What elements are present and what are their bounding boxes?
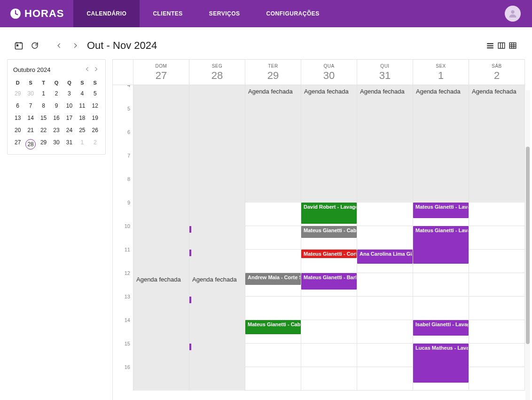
nav-configuracoes[interactable]: CONFIGURAÇÕES bbox=[253, 0, 333, 27]
today-button[interactable] bbox=[11, 38, 27, 54]
next-period-button[interactable] bbox=[67, 38, 83, 54]
hour-label: 9 bbox=[127, 200, 130, 205]
day-column[interactable]: Agenda fechada bbox=[133, 85, 189, 391]
mini-day[interactable]: 31 bbox=[63, 136, 76, 152]
calendar-vertical-scrollbar[interactable] bbox=[525, 90, 530, 400]
mini-day[interactable]: 21 bbox=[24, 124, 37, 136]
mini-day[interactable]: 4 bbox=[76, 87, 88, 100]
day-column[interactable]: Agenda fechadaMateus Gianetti - LavagemM… bbox=[413, 85, 469, 391]
mini-day[interactable]: 18 bbox=[76, 112, 88, 124]
day-header-dow: QUA bbox=[301, 63, 357, 69]
main-nav: CALENDÁRIO CLIENTES SERVIÇOS CONFIGURAÇÕ… bbox=[73, 0, 332, 27]
calendar-event[interactable]: Ana Carolina Lima Gianetti bbox=[357, 250, 413, 264]
mini-day[interactable]: 10 bbox=[63, 100, 76, 112]
day-header[interactable]: SEG28 bbox=[189, 60, 245, 85]
mini-day[interactable]: 26 bbox=[89, 124, 102, 136]
calendar-event[interactable]: Mateus Gianetti - Barba bbox=[301, 273, 357, 290]
day-header[interactable]: SÁB2 bbox=[469, 60, 525, 85]
mini-day[interactable]: 1 bbox=[76, 136, 88, 152]
mini-day[interactable]: 15 bbox=[37, 112, 50, 124]
day-header-num: 31 bbox=[357, 70, 413, 82]
mini-day[interactable]: 29 bbox=[37, 136, 50, 152]
mini-day[interactable]: 8 bbox=[37, 100, 50, 112]
day-header-dow: SEG bbox=[189, 63, 245, 69]
calendar-event[interactable]: David Robert - Lavagem bbox=[301, 203, 357, 224]
hour-label: 14 bbox=[125, 317, 130, 323]
calendar-event[interactable]: Lucas Matheus - Lavagem bbox=[413, 344, 469, 383]
day-header[interactable]: SEX1 bbox=[413, 60, 469, 85]
view-agenda-button[interactable] bbox=[485, 41, 495, 50]
mini-day[interactable]: 14 bbox=[24, 112, 37, 124]
day-column[interactable]: Agenda fechada bbox=[189, 85, 245, 391]
mini-day[interactable]: 23 bbox=[50, 124, 63, 136]
mini-day[interactable]: 9 bbox=[50, 100, 63, 112]
svg-rect-12 bbox=[509, 43, 516, 48]
day-column[interactable]: Agenda fechadaAndrew Maia - Corte Social… bbox=[245, 85, 301, 391]
mini-dow: Q bbox=[50, 78, 63, 87]
mini-day[interactable]: 13 bbox=[11, 112, 24, 124]
mini-prev-button[interactable] bbox=[84, 66, 91, 73]
refresh-button[interactable] bbox=[27, 38, 43, 54]
mini-day[interactable]: 17 bbox=[63, 112, 76, 124]
nav-calendario[interactable]: CALENDÁRIO bbox=[73, 0, 140, 27]
mini-day[interactable]: 3 bbox=[63, 87, 76, 100]
mini-day[interactable]: 7 bbox=[24, 100, 37, 112]
mini-day[interactable]: 16 bbox=[50, 112, 63, 124]
time-marker bbox=[189, 297, 191, 303]
user-menu-button[interactable] bbox=[505, 6, 521, 22]
mini-next-button[interactable] bbox=[92, 66, 100, 73]
svg-rect-9 bbox=[498, 43, 505, 48]
view-switcher bbox=[485, 41, 521, 50]
mini-day[interactable]: 11 bbox=[76, 100, 88, 112]
mini-day[interactable]: 5 bbox=[89, 87, 102, 100]
period-title: Out - Nov 2024 bbox=[87, 39, 157, 52]
mini-day[interactable]: 2 bbox=[50, 87, 63, 100]
calendar-event[interactable]: Andrew Maia - Corte Social bbox=[245, 273, 301, 285]
mini-day[interactable]: 25 bbox=[76, 124, 88, 136]
day-column[interactable]: Agenda fechadaDavid Robert - LavagemMate… bbox=[301, 85, 357, 391]
mini-day[interactable]: 28 bbox=[24, 136, 37, 152]
calendar-event[interactable]: Mateus Gianetti - Cabelo bbox=[245, 320, 301, 334]
view-month-button[interactable] bbox=[508, 41, 517, 50]
calendar-event[interactable]: Mateus Gianetti - Cabelo bbox=[301, 226, 357, 238]
scrollbar-thumb[interactable] bbox=[526, 147, 530, 344]
mini-day[interactable]: 22 bbox=[37, 124, 50, 136]
chevron-left-icon bbox=[85, 66, 90, 72]
calendar-event[interactable]: Mateus Gianetti - Lavagem bbox=[413, 226, 469, 264]
svg-rect-7 bbox=[487, 45, 493, 46]
mini-day[interactable]: 12 bbox=[89, 100, 102, 112]
day-header[interactable]: DOM27 bbox=[133, 60, 189, 85]
mini-day[interactable]: 27 bbox=[11, 136, 24, 152]
mini-day[interactable]: 20 bbox=[11, 124, 24, 136]
calendar-event[interactable]: Mateus Gianetti - Corte Especial bbox=[301, 250, 357, 258]
mini-day[interactable]: 30 bbox=[50, 136, 63, 152]
hour-label: 15 bbox=[125, 341, 130, 346]
chevron-right-icon bbox=[93, 66, 99, 72]
calendar-event[interactable]: Mateus Gianetti - Lavagem bbox=[413, 203, 469, 218]
day-header[interactable]: QUA30 bbox=[301, 60, 357, 85]
mini-day[interactable]: 2 bbox=[89, 136, 102, 152]
agenda-icon bbox=[486, 41, 494, 50]
hour-label: 16 bbox=[125, 364, 130, 370]
mini-day[interactable]: 19 bbox=[89, 112, 102, 124]
chevron-right-icon bbox=[72, 42, 78, 49]
day-column[interactable]: Agenda fechadaAna Carolina Lima Gianetti bbox=[357, 85, 413, 391]
day-header[interactable]: TER29 bbox=[245, 60, 301, 85]
calendar-toolbar: Out - Nov 2024 bbox=[7, 32, 525, 59]
nav-servicos[interactable]: SERVIÇOS bbox=[196, 0, 253, 27]
nav-clientes[interactable]: CLIENTES bbox=[140, 0, 196, 27]
hour-label: 4 bbox=[127, 85, 130, 88]
refresh-icon bbox=[31, 41, 39, 50]
day-column[interactable]: Agenda fechada bbox=[469, 85, 525, 391]
mini-day[interactable]: 24 bbox=[63, 124, 76, 136]
prev-period-button[interactable] bbox=[51, 38, 67, 54]
hour-label: 10 bbox=[125, 223, 130, 229]
mini-day[interactable]: 6 bbox=[11, 100, 24, 112]
mini-day[interactable]: 1 bbox=[37, 87, 50, 100]
mini-day[interactable]: 29 bbox=[11, 87, 24, 100]
svg-rect-8 bbox=[487, 47, 493, 48]
mini-day[interactable]: 30 bbox=[24, 87, 37, 100]
view-week-button[interactable] bbox=[497, 41, 506, 50]
day-header[interactable]: QUI31 bbox=[357, 60, 413, 85]
calendar-event[interactable]: Isabel Gianetti - Lavagem bbox=[413, 320, 469, 336]
